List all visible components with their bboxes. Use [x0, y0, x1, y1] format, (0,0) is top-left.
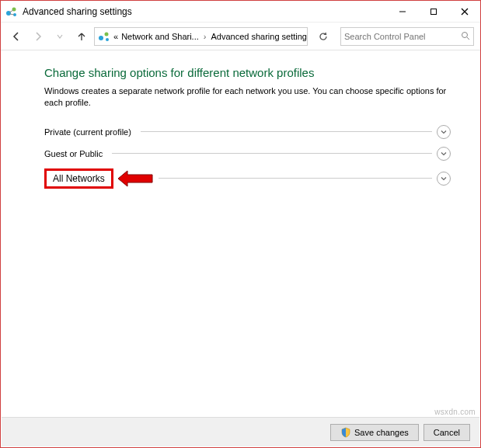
search-box[interactable] [340, 27, 474, 46]
up-button[interactable] [72, 27, 91, 46]
section-all-networks[interactable]: All Networks [44, 165, 458, 193]
watermark: wsxdn.com [434, 408, 476, 416]
section-label-private: Private (current profile) [44, 127, 136, 137]
svg-rect-6 [431, 9, 437, 14]
maximize-button[interactable] [418, 1, 449, 22]
svg-line-3 [9, 10, 13, 12]
cancel-button[interactable]: Cancel [423, 424, 470, 441]
minimize-button[interactable] [387, 1, 418, 22]
titlebar: Advanced sharing settings [1, 1, 480, 23]
page-description: Windows creates a separate network profi… [44, 85, 448, 109]
page-heading: Change sharing options for different net… [44, 66, 458, 79]
save-changes-label: Save changes [354, 428, 409, 437]
breadcrumb-crumb-1[interactable]: Network and Shari... [121, 32, 199, 41]
section-label-all-networks: All Networks [44, 168, 113, 189]
svg-point-10 [105, 32, 109, 36]
breadcrumb-prefix: « [113, 32, 118, 41]
network-app-icon [5, 5, 18, 18]
cancel-label: Cancel [434, 428, 460, 437]
svg-marker-14 [118, 171, 152, 186]
breadcrumb[interactable]: « Network and Shari... › Advanced sharin… [94, 27, 308, 46]
section-guest-public[interactable]: Guest or Public [44, 143, 458, 165]
breadcrumb-crumb-2[interactable]: Advanced sharing settings [211, 32, 308, 41]
window-controls [387, 1, 480, 22]
svg-point-11 [106, 38, 109, 41]
divider [112, 153, 432, 154]
search-icon [461, 31, 470, 42]
chevron-down-icon[interactable] [437, 172, 451, 186]
forward-button[interactable] [29, 27, 47, 46]
refresh-button[interactable] [314, 27, 333, 46]
network-app-icon [98, 30, 110, 43]
content-area: Change sharing options for different net… [1, 50, 480, 193]
search-input[interactable] [344, 32, 458, 41]
save-changes-button[interactable]: Save changes [330, 424, 419, 441]
section-private[interactable]: Private (current profile) [44, 121, 458, 143]
recent-locations-button[interactable] [51, 27, 69, 46]
svg-point-9 [99, 36, 103, 40]
chevron-down-icon[interactable] [437, 125, 451, 139]
annotation-arrow [118, 169, 154, 188]
svg-point-12 [462, 32, 468, 37]
section-label-guest: Guest or Public [44, 149, 107, 158]
shield-icon [340, 427, 351, 438]
svg-line-13 [467, 37, 469, 40]
chevron-right-icon: › [202, 32, 208, 41]
chevron-down-icon[interactable] [437, 147, 451, 161]
close-button[interactable] [449, 1, 480, 22]
window-title: Advanced sharing settings [23, 6, 387, 17]
back-button[interactable] [7, 27, 26, 46]
footer: Save changes Cancel [2, 417, 479, 446]
navbar: « Network and Shari... › Advanced sharin… [1, 23, 480, 50]
divider [141, 131, 432, 132]
divider [159, 178, 432, 179]
